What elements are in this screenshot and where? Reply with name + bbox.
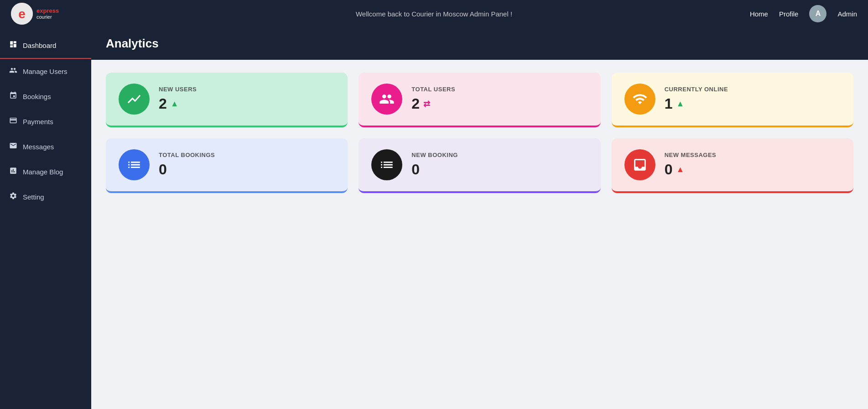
messages-icon (9, 142, 17, 152)
manage-users-icon (9, 66, 17, 77)
wifi-icon (632, 91, 648, 107)
total-users-content: TOTAL USERS 2 ⇄ (411, 86, 587, 112)
total-bookings-icon-circle (119, 149, 150, 180)
chart-icon (126, 91, 142, 107)
sidebar-item-dashboard-label: Dashboard (23, 42, 56, 49)
sidebar-item-dashboard[interactable]: Dashboard (0, 33, 91, 59)
new-messages-label: NEW MESSAGES (665, 152, 841, 158)
sidebar-item-manage-users[interactable]: Manage Users (0, 59, 91, 84)
admin-name: Admin (837, 10, 857, 18)
currently-online-value: 1 ▲ (665, 95, 841, 112)
bookings-icon (9, 91, 17, 102)
inbox-icon (632, 157, 648, 173)
navbar-right: Home Profile A Admin (750, 5, 857, 22)
currently-online-label: CURRENTLY ONLINE (665, 86, 841, 93)
sidebar-item-setting[interactable]: Setting (0, 184, 91, 210)
sidebar-item-bookings[interactable]: Bookings (0, 84, 91, 109)
sidebar-item-payments-label: Payments (23, 118, 53, 126)
svg-text:e: e (18, 7, 26, 21)
sidebar: Dashboard Manage Users Bookings Payments… (0, 27, 91, 409)
currently-online-content: CURRENTLY ONLINE 1 ▲ (665, 86, 841, 112)
new-users-label: NEW USERS (159, 86, 335, 93)
payments-icon (9, 116, 17, 127)
card-new-booking: NEW BOOKING 0 (359, 138, 600, 193)
total-bookings-value: 0 (159, 161, 335, 178)
card-total-users: TOTAL USERS 2 ⇄ (359, 73, 600, 127)
total-bookings-content: TOTAL BOOKINGS 0 (159, 152, 335, 178)
list-icon (126, 157, 142, 173)
list2-icon (379, 157, 395, 173)
avatar[interactable]: A (809, 5, 826, 22)
dashboard-icon (9, 40, 17, 51)
total-users-label: TOTAL USERS (411, 86, 587, 93)
total-users-icon-circle (371, 84, 402, 115)
total-users-trend-icon: ⇄ (423, 99, 430, 109)
new-messages-icon-circle (624, 149, 655, 180)
sidebar-item-manage-users-label: Manage Users (23, 68, 68, 75)
sidebar-item-setting-label: Setting (23, 193, 44, 201)
setting-icon (9, 192, 17, 202)
new-users-icon-circle (119, 84, 150, 115)
sidebar-item-bookings-label: Bookings (23, 93, 51, 100)
card-new-users: NEW USERS 2 ▲ (106, 73, 348, 127)
currently-online-trend-icon: ▲ (676, 99, 684, 109)
analytics-title: Analytics (106, 37, 853, 51)
new-users-content: NEW USERS 2 ▲ (159, 86, 335, 112)
welcome-message: Wellcome back to Courier in Moscow Admin… (356, 10, 512, 18)
top-navbar: e express courier Wellcome back to Couri… (0, 0, 868, 27)
new-messages-value: 0 ▲ (665, 161, 841, 178)
manage-blog-icon (9, 167, 17, 177)
main-layout: Dashboard Manage Users Bookings Payments… (0, 27, 868, 409)
logo-icon: e (11, 3, 33, 25)
new-booking-icon-circle (371, 149, 402, 180)
card-total-bookings: TOTAL BOOKINGS 0 (106, 138, 348, 193)
analytics-header: Analytics (91, 27, 868, 60)
main-content: Analytics NEW USERS 2 ▲ (91, 27, 868, 409)
sidebar-item-manage-blog-label: Manage Blog (23, 168, 63, 176)
new-booking-label: NEW BOOKING (411, 152, 587, 158)
card-new-messages: NEW MESSAGES 0 ▲ (612, 138, 853, 193)
card-currently-online: CURRENTLY ONLINE 1 ▲ (612, 73, 853, 127)
cards-grid: NEW USERS 2 ▲ TOTAL USERS 2 (91, 60, 868, 206)
new-users-trend-icon: ▲ (171, 99, 179, 109)
users-icon (379, 91, 395, 107)
total-users-value: 2 ⇄ (411, 95, 587, 112)
logo-text: express courier (36, 8, 59, 20)
sidebar-item-manage-blog[interactable]: Manage Blog (0, 159, 91, 184)
profile-link[interactable]: Profile (779, 10, 799, 18)
home-link[interactable]: Home (750, 10, 768, 18)
new-messages-content: NEW MESSAGES 0 ▲ (665, 152, 841, 178)
sidebar-item-messages-label: Messages (23, 143, 54, 151)
sidebar-item-payments[interactable]: Payments (0, 109, 91, 134)
new-messages-trend-icon: ▲ (676, 165, 684, 174)
sidebar-item-messages[interactable]: Messages (0, 134, 91, 159)
new-booking-content: NEW BOOKING 0 (411, 152, 587, 178)
logo[interactable]: e express courier (11, 3, 59, 25)
new-users-value: 2 ▲ (159, 95, 335, 112)
total-bookings-label: TOTAL BOOKINGS (159, 152, 335, 158)
currently-online-icon-circle (624, 84, 655, 115)
new-booking-value: 0 (411, 161, 587, 178)
